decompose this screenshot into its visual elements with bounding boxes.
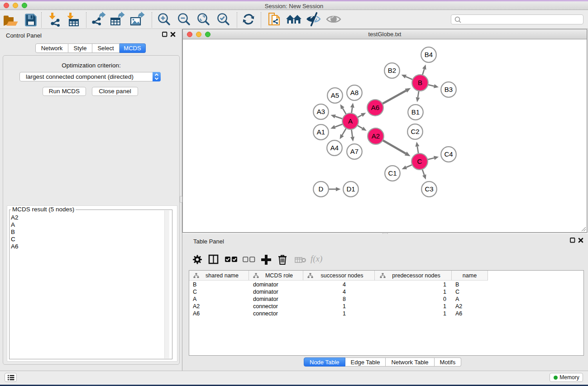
- svg-text:D: D: [319, 185, 324, 193]
- svg-text:A2: A2: [372, 132, 380, 140]
- svg-text:A3: A3: [317, 108, 325, 115]
- svg-text:A1: A1: [317, 128, 325, 136]
- svg-text:B3: B3: [445, 86, 453, 93]
- svg-text:C1: C1: [388, 169, 397, 177]
- svg-text:C4: C4: [444, 150, 453, 158]
- svg-text:A: A: [348, 117, 353, 125]
- svg-text:D1: D1: [346, 185, 355, 193]
- svg-text:A6: A6: [371, 104, 379, 111]
- svg-text:B1: B1: [411, 108, 420, 116]
- svg-text:A7: A7: [350, 148, 359, 155]
- svg-text:A5: A5: [331, 91, 339, 99]
- svg-text:A4: A4: [330, 144, 339, 152]
- svg-text:B: B: [418, 79, 422, 86]
- svg-text:B4: B4: [425, 51, 433, 58]
- svg-text:C3: C3: [425, 185, 433, 193]
- svg-text:B2: B2: [388, 67, 396, 74]
- svg-text:A8: A8: [350, 89, 359, 96]
- svg-text:C: C: [417, 157, 422, 165]
- svg-text:C2: C2: [411, 128, 419, 135]
